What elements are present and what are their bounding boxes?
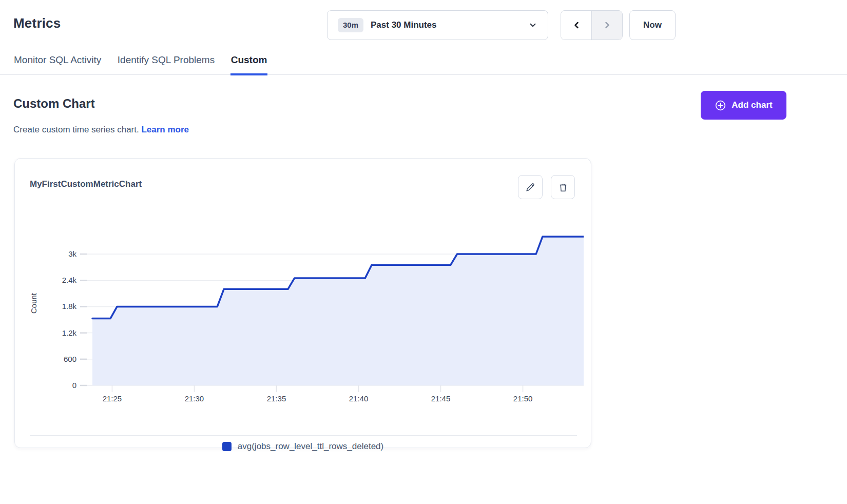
chevron-right-icon: [602, 20, 612, 30]
svg-text:21:35: 21:35: [267, 394, 286, 403]
svg-text:21:50: 21:50: [513, 394, 533, 403]
section-subtitle: Create custom time series chart. Learn m…: [13, 125, 189, 135]
time-range-selector[interactable]: 30m Past 30 Minutes: [327, 10, 548, 40]
svg-text:0: 0: [72, 381, 76, 390]
chart-title: MyFirstCustomMetricChart: [30, 179, 142, 189]
previous-interval-button[interactable]: [561, 11, 591, 40]
delete-chart-button[interactable]: [551, 175, 575, 199]
metrics-tabs: Monitor SQL Activity Identify SQL Proble…: [0, 49, 847, 75]
plus-circle-icon: [715, 100, 726, 111]
tab-custom[interactable]: Custom: [230, 49, 268, 75]
now-button[interactable]: Now: [629, 10, 676, 40]
time-range-label: Past 30 Minutes: [371, 20, 437, 30]
chart-legend-item[interactable]: avg(jobs_row_level_ttl_rows_deleted): [15, 441, 591, 452]
next-interval-button[interactable]: [591, 11, 622, 40]
svg-text:1.2k: 1.2k: [62, 328, 77, 337]
time-step-arrows: [561, 10, 623, 40]
pencil-icon: [525, 182, 536, 193]
svg-text:2.4k: 2.4k: [62, 276, 77, 284]
svg-text:21:40: 21:40: [349, 394, 369, 403]
svg-text:3k: 3k: [68, 249, 76, 258]
trash-icon: [557, 182, 569, 193]
custom-chart-card: MyFirstCustomMetricChart 06001.2k1.8k2.4…: [14, 158, 591, 448]
legend-swatch-icon: [222, 442, 232, 451]
card-divider: [30, 435, 577, 436]
add-chart-label: Add chart: [732, 100, 772, 110]
learn-more-link[interactable]: Learn more: [141, 125, 189, 134]
section-title: Custom Chart: [13, 96, 95, 111]
tab-monitor-sql-activity[interactable]: Monitor SQL Activity: [13, 49, 102, 75]
metrics-page: Metrics 30m Past 30 Minutes Now Monitor …: [0, 0, 847, 504]
svg-text:21:30: 21:30: [185, 394, 204, 403]
chevron-down-icon: [528, 21, 537, 30]
tab-identify-sql-problems[interactable]: Identify SQL Problems: [117, 49, 215, 75]
edit-chart-button[interactable]: [518, 175, 543, 199]
section-subtitle-text: Create custom time series chart.: [13, 125, 139, 134]
svg-text:600: 600: [64, 355, 76, 363]
page-title: Metrics: [13, 15, 61, 31]
time-range-badge: 30m: [338, 18, 363, 32]
custom-metric-chart: 06001.2k1.8k2.4k3k21:2521:3021:3521:4021…: [29, 216, 584, 406]
svg-text:21:25: 21:25: [103, 394, 122, 403]
svg-text:21:45: 21:45: [431, 394, 451, 403]
chevron-left-icon: [571, 20, 582, 30]
chart-plot-area: 06001.2k1.8k2.4k3k21:2521:3021:3521:4021…: [29, 216, 584, 406]
legend-label: avg(jobs_row_level_ttl_rows_deleted): [238, 441, 383, 452]
add-chart-button[interactable]: Add chart: [701, 91, 786, 120]
svg-text:Count: Count: [29, 293, 38, 314]
svg-text:1.8k: 1.8k: [62, 302, 77, 311]
